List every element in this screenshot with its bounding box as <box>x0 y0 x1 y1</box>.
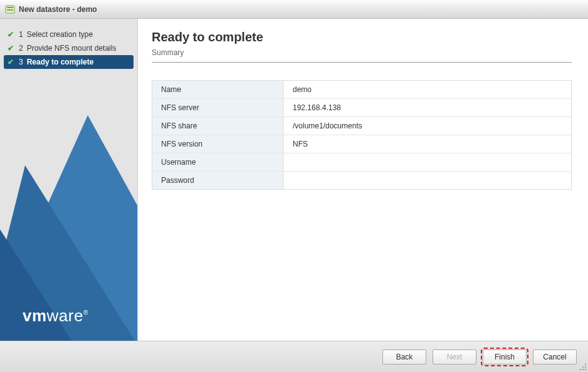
cancel-button[interactable]: Cancel <box>533 349 577 364</box>
summary-key-name: Name <box>152 81 284 99</box>
step-number: 1 <box>19 30 23 39</box>
next-button: Next <box>433 349 476 364</box>
datastore-icon <box>5 4 15 14</box>
summary-value-nfs-share: /volume1/documents <box>284 117 572 135</box>
summary-key-nfs-server: NFS server <box>152 99 284 117</box>
wizard-steps: ✔ 1 Select creation type ✔ 2 Provide NFS… <box>0 19 137 69</box>
summary-value-username <box>284 153 572 172</box>
summary-key-nfs-share: NFS share <box>152 117 284 135</box>
table-row: NFS server 192.168.4.138 <box>152 99 572 117</box>
window-title: New datastore - demo <box>19 5 97 14</box>
summary-value-password <box>284 172 572 190</box>
wizard-footer: Back Next Finish Cancel <box>0 341 588 372</box>
summary-value-name: demo <box>284 81 572 99</box>
table-row: NFS share /volume1/documents <box>152 117 572 135</box>
checkmark-icon: ✔ <box>6 44 15 53</box>
page-heading: Ready to complete <box>152 30 572 44</box>
checkmark-icon: ✔ <box>6 30 15 39</box>
step-label: Select creation type <box>27 30 93 39</box>
svg-rect-1 <box>7 7 13 8</box>
table-row: NFS version NFS <box>152 135 572 153</box>
step-provide-nfs-mount-details[interactable]: ✔ 2 Provide NFS mount details <box>0 41 137 55</box>
checkmark-icon: ✔ <box>6 58 15 66</box>
step-number: 3 <box>19 58 23 66</box>
svg-point-9 <box>585 369 586 370</box>
step-select-creation-type[interactable]: ✔ 1 Select creation type <box>0 28 137 41</box>
table-row: Name demo <box>152 81 572 99</box>
resize-grip-icon[interactable] <box>579 363 587 371</box>
svg-rect-2 <box>7 9 13 11</box>
titlebar: New datastore - demo <box>0 0 588 19</box>
svg-point-8 <box>582 366 584 368</box>
step-label: Provide NFS mount details <box>27 44 117 53</box>
svg-point-10 <box>582 369 584 370</box>
table-row: Password <box>152 172 572 190</box>
summary-key-password: Password <box>152 172 284 190</box>
svg-point-7 <box>585 366 586 368</box>
back-button[interactable]: Back <box>382 349 426 364</box>
svg-point-11 <box>580 369 581 370</box>
svg-point-6 <box>585 364 586 365</box>
page-subheading: Summary <box>152 48 572 63</box>
finish-button[interactable]: Finish <box>483 349 527 364</box>
summary-key-username: Username <box>152 153 284 172</box>
table-row: Username <box>152 153 572 172</box>
main-content: Ready to complete Summary Name demo NFS … <box>138 19 588 341</box>
summary-table: Name demo NFS server 192.168.4.138 NFS s… <box>152 80 572 190</box>
summary-value-nfs-server: 192.168.4.138 <box>284 99 572 117</box>
wizard-sidebar: ✔ 1 Select creation type ✔ 2 Provide NFS… <box>0 19 138 341</box>
step-ready-to-complete[interactable]: ✔ 3 Ready to complete <box>4 55 134 69</box>
step-label: Ready to complete <box>27 58 94 66</box>
vmware-logo: vmware® <box>23 306 88 326</box>
summary-key-nfs-version: NFS version <box>152 135 284 153</box>
step-number: 2 <box>19 44 23 53</box>
summary-value-nfs-version: NFS <box>284 135 572 153</box>
